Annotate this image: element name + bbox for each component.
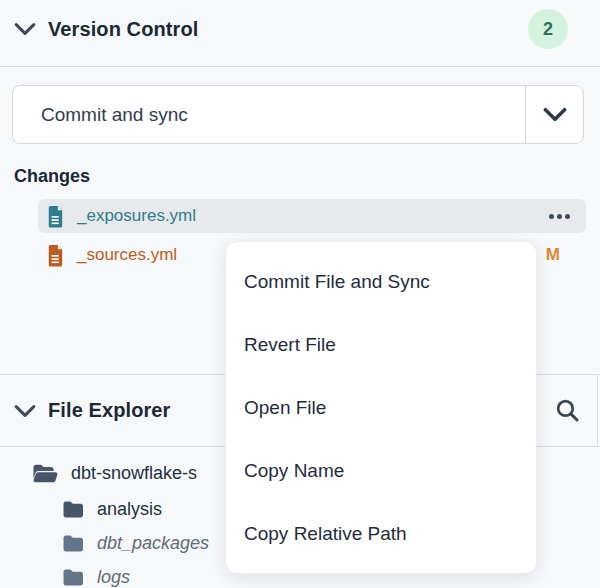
menu-item-open-file[interactable]: Open File: [226, 377, 536, 439]
file-context-menu: Commit File and Sync Revert File Open Fi…: [225, 241, 537, 574]
commit-dropdown-caret-button[interactable]: [525, 86, 583, 143]
chevron-down-icon[interactable]: [14, 404, 36, 418]
tree-item-dbt-packages[interactable]: dbt_packages: [62, 526, 209, 560]
modified-status-badge: M: [546, 245, 560, 265]
header-divider: [0, 66, 600, 67]
menu-item-copy-relative-path[interactable]: Copy Relative Path: [226, 503, 536, 565]
folder-icon: [62, 534, 85, 553]
more-options-icon[interactable]: [545, 210, 574, 223]
tree-item-logs[interactable]: logs: [62, 560, 130, 588]
tree-item-project-root[interactable]: dbt-snowflake-s: [32, 456, 197, 490]
chevron-down-icon[interactable]: [14, 22, 36, 36]
tree-item-label: dbt-snowflake-s: [71, 463, 197, 484]
search-icon: [555, 398, 580, 423]
tree-item-analysis[interactable]: analysis: [62, 492, 162, 526]
tree-item-label: analysis: [97, 499, 162, 520]
menu-item-copy-name[interactable]: Copy Name: [226, 440, 536, 502]
changed-file-row-exposures[interactable]: _exposures.yml: [38, 199, 586, 233]
changed-file-name: _exposures.yml: [77, 206, 196, 226]
menu-item-revert-file[interactable]: Revert File: [226, 314, 536, 376]
changes-section-label: Changes: [14, 166, 90, 187]
version-control-section-header[interactable]: Version Control 2: [0, 8, 600, 50]
file-explorer-title: File Explorer: [48, 399, 170, 422]
search-files-button[interactable]: [536, 375, 598, 446]
changes-count-badge: 2: [528, 9, 568, 49]
folder-icon: [62, 500, 85, 519]
commit-and-sync-dropdown[interactable]: Commit and sync: [12, 85, 584, 144]
folder-open-icon: [32, 463, 59, 484]
commit-dropdown-label: Commit and sync: [13, 86, 525, 143]
menu-item-commit-file-and-sync[interactable]: Commit File and Sync: [226, 251, 536, 313]
tree-item-label: dbt_packages: [97, 533, 209, 554]
version-control-panel: Version Control 2 Commit and sync Change…: [0, 0, 600, 588]
yml-file-icon: [46, 244, 65, 267]
yml-file-icon: [46, 205, 65, 228]
chevron-down-icon: [543, 107, 567, 122]
folder-icon: [62, 568, 85, 587]
version-control-title: Version Control: [48, 18, 198, 41]
tree-item-label: logs: [97, 567, 130, 588]
changed-file-name: _sources.yml: [77, 245, 177, 265]
